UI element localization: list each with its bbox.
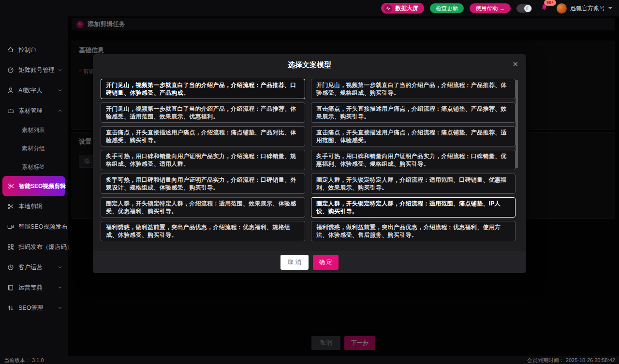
- copy-model-options-grid: 开门见山，视频第一步就直白了当的介绍产品，介绍流程：产品推荐、口碑销量、体验感受…: [101, 74, 516, 251]
- sort-arrows-icon: [7, 305, 14, 311]
- chevron-down-icon: [608, 7, 612, 9]
- qr-code-icon: [7, 244, 14, 250]
- sidebar-item-material-management[interactable]: 素材管理: [0, 101, 68, 121]
- version-info: 当前版本： 3.1.0: [4, 357, 44, 364]
- clock-icon: [7, 264, 14, 271]
- help-button[interactable]: 使用帮助 →: [470, 3, 511, 13]
- folder-icon: [7, 107, 14, 114]
- scrollbar-thumb[interactable]: [516, 80, 518, 168]
- sidebar-item-smart-seo-video-edit[interactable]: 智能SEO视频剪辑: [2, 176, 65, 196]
- sidebar-item-local-edit[interactable]: 本地剪辑: [0, 196, 68, 217]
- copy-model-option[interactable]: 直击痛点，开头直接描述用户痛点，介绍流程：痛点铺垫、产品对比、体验感受、购买引导…: [101, 126, 305, 146]
- dialog-cancel-button[interactable]: 取 消: [280, 255, 308, 270]
- notification-badge: 99+: [544, 0, 556, 6]
- gauge-icon: [7, 67, 14, 73]
- copy-model-option[interactable]: 圈定人群，开头锁定特定人群，介绍流程：适用范围、痛点铺垫、IP人设、购买引导。: [311, 197, 516, 218]
- copy-model-option[interactable]: 直击痛点，开头直接描述用户痛点，介绍流程：痛点铺垫、产品推荐、适用范围、体验感受…: [311, 126, 516, 146]
- home-icon: [7, 46, 14, 53]
- scissors-icon: [7, 203, 14, 210]
- scissors-icon: [8, 183, 15, 189]
- topbar: 数据大屏 检查更新 使用帮助 → ☾ 99+ 迅狐官方账号: [0, 0, 619, 16]
- chevron-down-icon: [58, 88, 62, 93]
- copy-model-option[interactable]: 圈定人群，开头锁定特定人群，介绍流程：适用范围、口碑销量、优惠福利、效果展示、购…: [311, 174, 516, 194]
- dialog-footer: 取 消 确 定: [93, 251, 526, 273]
- copy-model-option[interactable]: 福利诱惑，做利益前置，突出产品优惠，介绍流程：优惠福利、使用方法、体验感受、售后…: [311, 221, 516, 241]
- check-update-button[interactable]: 检查更新: [430, 3, 464, 13]
- avatar: [557, 3, 567, 14]
- account-menu[interactable]: 迅狐官方账号: [557, 3, 612, 14]
- dialog-header: 选择文案模型 ✕: [93, 54, 526, 74]
- dialog-confirm-button[interactable]: 确 定: [313, 255, 339, 270]
- close-icon[interactable]: ✕: [512, 54, 518, 74]
- statusbar: 当前版本： 3.1.0 会员到期时间： 2025-10-26 20:58:42: [0, 356, 619, 364]
- moon-icon: ☾: [524, 5, 531, 12]
- account-name: 迅狐官方账号: [570, 4, 605, 13]
- sidebar-item-material-tags[interactable]: 素材标签: [0, 158, 68, 176]
- sidebar-item-material-groups[interactable]: 素材分组: [0, 139, 68, 158]
- sidebar-item-qr-publish[interactable]: 扫码发布（爆店码）: [0, 237, 68, 257]
- chevron-down-icon: [58, 68, 62, 73]
- copy-model-option[interactable]: 炙手可热，用口碑和销量向用户证明产品实力，介绍流程：口碑销量、规格组成、体验感受…: [101, 150, 305, 170]
- copy-model-option[interactable]: 开门见山，视频第一步就直白了当的介绍产品，介绍流程：产品推荐、体验感受、适用范围…: [101, 102, 305, 123]
- copy-model-dialog: 选择文案模型 ✕ 开门见山，视频第一步就直白了当的介绍产品，介绍流程：产品推荐、…: [93, 54, 526, 273]
- copy-model-option[interactable]: 开门见山，视频第一步就直白了当的介绍产品，介绍流程：产品推荐、口碑销量、体验感受…: [101, 79, 305, 99]
- dialog-title: 选择文案模型: [93, 54, 526, 75]
- chevron-down-icon: [58, 285, 62, 290]
- sidebar-item-material-list[interactable]: 素材列表: [0, 121, 68, 139]
- copy-model-option[interactable]: 圈定人群，开头锁定特定人群，介绍流程：适用范围、效果展示、体验感受、优惠福利、购…: [101, 197, 305, 218]
- chevron-down-icon: [58, 265, 62, 270]
- dark-mode-toggle[interactable]: ☾: [516, 4, 532, 13]
- sidebar: 控制台 矩阵账号管理 AI数字人 素材管理 素材列表 素材分组 素材标签 智能S…: [0, 16, 68, 356]
- chevron-up-icon: [58, 108, 62, 113]
- video-icon: [7, 223, 14, 230]
- sidebar-item-matrix-accounts[interactable]: 矩阵账号管理: [0, 60, 68, 80]
- sidebar-item-seo-management[interactable]: SEO管理: [0, 298, 68, 318]
- sidebar-item-smart-seo-video-publish[interactable]: 智能SEO视频发布: [0, 217, 68, 237]
- sidebar-item-ai-digital-human[interactable]: AI数字人: [0, 80, 68, 101]
- copy-model-option[interactable]: 福利诱惑，做利益前置，突出产品优惠，介绍流程：优惠福利、规格组成、体验感受、购买…: [101, 221, 305, 241]
- notifications-button[interactable]: 99+: [541, 3, 548, 13]
- data-screen-button[interactable]: 数据大屏: [381, 3, 424, 14]
- copy-model-option[interactable]: 开门见山，视频第一步就直白了当的介绍产品，介绍流程：产品推荐、体验感受、规格组成…: [311, 79, 516, 99]
- sidebar-item-customer-ops[interactable]: 客户运营: [0, 257, 68, 277]
- person-icon: [7, 87, 14, 94]
- book-icon: [7, 284, 14, 291]
- member-expiry-info: 会员到期时间： 2025-10-26 20:58:42: [527, 357, 615, 364]
- sidebar-item-ops-handbook[interactable]: 运营宝典: [0, 277, 68, 298]
- copy-model-option[interactable]: 炙手可热，用口碑和销量向用户证明产品实力，介绍流程：口碑销量、外观设计、规格组成…: [101, 174, 305, 194]
- data-screen-label: 数据大屏: [395, 4, 418, 13]
- chevron-down-icon: [58, 306, 62, 310]
- pulse-icon: [384, 4, 392, 13]
- copy-model-option[interactable]: 直击痛点，开头直接描述用户痛点，介绍流程：痛点铺垫、产品推荐、效果展示、购买引导…: [311, 102, 516, 123]
- sidebar-item-console[interactable]: 控制台: [0, 40, 68, 60]
- copy-model-option[interactable]: 炙手可热，用口碑和销量向用户证明产品实力，介绍流程：口碑销量、优惠福利、体验感受…: [311, 150, 516, 170]
